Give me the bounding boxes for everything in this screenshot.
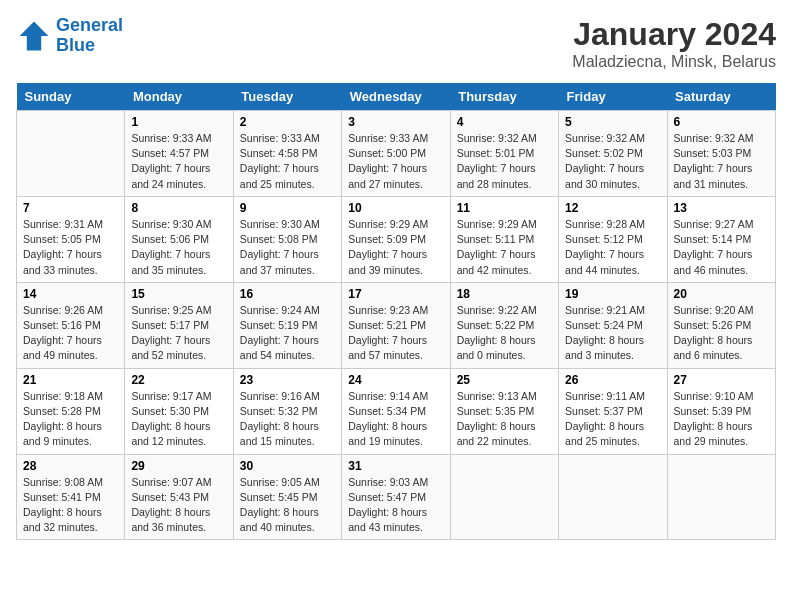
- header-cell-wednesday: Wednesday: [342, 83, 450, 111]
- calendar-cell: 13Sunrise: 9:27 AMSunset: 5:14 PMDayligh…: [667, 196, 775, 282]
- header-cell-saturday: Saturday: [667, 83, 775, 111]
- calendar-cell: 1Sunrise: 9:33 AMSunset: 4:57 PMDaylight…: [125, 111, 233, 197]
- calendar-week-4: 21Sunrise: 9:18 AMSunset: 5:28 PMDayligh…: [17, 368, 776, 454]
- page-header: General Blue January 2024 Maladziecna, M…: [16, 16, 776, 71]
- calendar-cell: [559, 454, 667, 540]
- calendar-cell: 4Sunrise: 9:32 AMSunset: 5:01 PMDaylight…: [450, 111, 558, 197]
- day-detail: Sunrise: 9:30 AMSunset: 5:08 PMDaylight:…: [240, 217, 335, 278]
- day-detail: Sunrise: 9:29 AMSunset: 5:11 PMDaylight:…: [457, 217, 552, 278]
- calendar-cell: 17Sunrise: 9:23 AMSunset: 5:21 PMDayligh…: [342, 282, 450, 368]
- day-number: 1: [131, 115, 226, 129]
- logo-line1: General: [56, 15, 123, 35]
- calendar-cell: [667, 454, 775, 540]
- calendar-cell: 25Sunrise: 9:13 AMSunset: 5:35 PMDayligh…: [450, 368, 558, 454]
- day-number: 22: [131, 373, 226, 387]
- calendar-cell: [450, 454, 558, 540]
- day-number: 19: [565, 287, 660, 301]
- day-number: 14: [23, 287, 118, 301]
- day-detail: Sunrise: 9:24 AMSunset: 5:19 PMDaylight:…: [240, 303, 335, 364]
- day-detail: Sunrise: 9:32 AMSunset: 5:03 PMDaylight:…: [674, 131, 769, 192]
- day-number: 24: [348, 373, 443, 387]
- calendar-cell: 3Sunrise: 9:33 AMSunset: 5:00 PMDaylight…: [342, 111, 450, 197]
- calendar-cell: 7Sunrise: 9:31 AMSunset: 5:05 PMDaylight…: [17, 196, 125, 282]
- calendar-week-5: 28Sunrise: 9:08 AMSunset: 5:41 PMDayligh…: [17, 454, 776, 540]
- day-number: 26: [565, 373, 660, 387]
- calendar-cell: 9Sunrise: 9:30 AMSunset: 5:08 PMDaylight…: [233, 196, 341, 282]
- day-detail: Sunrise: 9:22 AMSunset: 5:22 PMDaylight:…: [457, 303, 552, 364]
- day-number: 23: [240, 373, 335, 387]
- day-detail: Sunrise: 9:21 AMSunset: 5:24 PMDaylight:…: [565, 303, 660, 364]
- day-number: 13: [674, 201, 769, 215]
- day-detail: Sunrise: 9:33 AMSunset: 5:00 PMDaylight:…: [348, 131, 443, 192]
- day-detail: Sunrise: 9:11 AMSunset: 5:37 PMDaylight:…: [565, 389, 660, 450]
- calendar-cell: 27Sunrise: 9:10 AMSunset: 5:39 PMDayligh…: [667, 368, 775, 454]
- day-detail: Sunrise: 9:17 AMSunset: 5:30 PMDaylight:…: [131, 389, 226, 450]
- calendar-cell: 20Sunrise: 9:20 AMSunset: 5:26 PMDayligh…: [667, 282, 775, 368]
- day-number: 6: [674, 115, 769, 129]
- day-number: 21: [23, 373, 118, 387]
- day-detail: Sunrise: 9:30 AMSunset: 5:06 PMDaylight:…: [131, 217, 226, 278]
- calendar-cell: 23Sunrise: 9:16 AMSunset: 5:32 PMDayligh…: [233, 368, 341, 454]
- svg-marker-0: [20, 21, 49, 50]
- day-detail: Sunrise: 9:31 AMSunset: 5:05 PMDaylight:…: [23, 217, 118, 278]
- day-number: 10: [348, 201, 443, 215]
- calendar-cell: 5Sunrise: 9:32 AMSunset: 5:02 PMDaylight…: [559, 111, 667, 197]
- calendar-cell: 19Sunrise: 9:21 AMSunset: 5:24 PMDayligh…: [559, 282, 667, 368]
- day-number: 16: [240, 287, 335, 301]
- day-number: 27: [674, 373, 769, 387]
- calendar-cell: 22Sunrise: 9:17 AMSunset: 5:30 PMDayligh…: [125, 368, 233, 454]
- page-title: January 2024: [572, 16, 776, 53]
- day-detail: Sunrise: 9:08 AMSunset: 5:41 PMDaylight:…: [23, 475, 118, 536]
- calendar-cell: 6Sunrise: 9:32 AMSunset: 5:03 PMDaylight…: [667, 111, 775, 197]
- day-detail: Sunrise: 9:23 AMSunset: 5:21 PMDaylight:…: [348, 303, 443, 364]
- header-cell-monday: Monday: [125, 83, 233, 111]
- calendar-cell: 12Sunrise: 9:28 AMSunset: 5:12 PMDayligh…: [559, 196, 667, 282]
- day-detail: Sunrise: 9:18 AMSunset: 5:28 PMDaylight:…: [23, 389, 118, 450]
- day-number: 3: [348, 115, 443, 129]
- calendar-header: SundayMondayTuesdayWednesdayThursdayFrid…: [17, 83, 776, 111]
- calendar-cell: 21Sunrise: 9:18 AMSunset: 5:28 PMDayligh…: [17, 368, 125, 454]
- page-subtitle: Maladziecna, Minsk, Belarus: [572, 53, 776, 71]
- day-detail: Sunrise: 9:14 AMSunset: 5:34 PMDaylight:…: [348, 389, 443, 450]
- calendar-cell: 30Sunrise: 9:05 AMSunset: 5:45 PMDayligh…: [233, 454, 341, 540]
- calendar-cell: 16Sunrise: 9:24 AMSunset: 5:19 PMDayligh…: [233, 282, 341, 368]
- calendar-cell: 2Sunrise: 9:33 AMSunset: 4:58 PMDaylight…: [233, 111, 341, 197]
- day-number: 17: [348, 287, 443, 301]
- day-detail: Sunrise: 9:29 AMSunset: 5:09 PMDaylight:…: [348, 217, 443, 278]
- calendar-cell: 10Sunrise: 9:29 AMSunset: 5:09 PMDayligh…: [342, 196, 450, 282]
- day-number: 18: [457, 287, 552, 301]
- logo: General Blue: [16, 16, 123, 56]
- header-cell-friday: Friday: [559, 83, 667, 111]
- header-row: SundayMondayTuesdayWednesdayThursdayFrid…: [17, 83, 776, 111]
- calendar-cell: 18Sunrise: 9:22 AMSunset: 5:22 PMDayligh…: [450, 282, 558, 368]
- title-block: January 2024 Maladziecna, Minsk, Belarus: [572, 16, 776, 71]
- day-detail: Sunrise: 9:07 AMSunset: 5:43 PMDaylight:…: [131, 475, 226, 536]
- day-detail: Sunrise: 9:13 AMSunset: 5:35 PMDaylight:…: [457, 389, 552, 450]
- day-detail: Sunrise: 9:27 AMSunset: 5:14 PMDaylight:…: [674, 217, 769, 278]
- header-cell-tuesday: Tuesday: [233, 83, 341, 111]
- day-number: 7: [23, 201, 118, 215]
- calendar-week-2: 7Sunrise: 9:31 AMSunset: 5:05 PMDaylight…: [17, 196, 776, 282]
- calendar-cell: 26Sunrise: 9:11 AMSunset: 5:37 PMDayligh…: [559, 368, 667, 454]
- day-detail: Sunrise: 9:03 AMSunset: 5:47 PMDaylight:…: [348, 475, 443, 536]
- day-number: 25: [457, 373, 552, 387]
- calendar-body: 1Sunrise: 9:33 AMSunset: 4:57 PMDaylight…: [17, 111, 776, 540]
- calendar-week-3: 14Sunrise: 9:26 AMSunset: 5:16 PMDayligh…: [17, 282, 776, 368]
- day-number: 2: [240, 115, 335, 129]
- calendar-cell: 28Sunrise: 9:08 AMSunset: 5:41 PMDayligh…: [17, 454, 125, 540]
- day-detail: Sunrise: 9:16 AMSunset: 5:32 PMDaylight:…: [240, 389, 335, 450]
- day-number: 29: [131, 459, 226, 473]
- logo-icon: [16, 18, 52, 54]
- calendar-cell: 15Sunrise: 9:25 AMSunset: 5:17 PMDayligh…: [125, 282, 233, 368]
- day-number: 20: [674, 287, 769, 301]
- day-detail: Sunrise: 9:20 AMSunset: 5:26 PMDaylight:…: [674, 303, 769, 364]
- day-number: 28: [23, 459, 118, 473]
- day-number: 4: [457, 115, 552, 129]
- header-cell-sunday: Sunday: [17, 83, 125, 111]
- day-number: 8: [131, 201, 226, 215]
- logo-line2: Blue: [56, 35, 95, 55]
- day-number: 9: [240, 201, 335, 215]
- day-number: 15: [131, 287, 226, 301]
- calendar-week-1: 1Sunrise: 9:33 AMSunset: 4:57 PMDaylight…: [17, 111, 776, 197]
- calendar-cell: 24Sunrise: 9:14 AMSunset: 5:34 PMDayligh…: [342, 368, 450, 454]
